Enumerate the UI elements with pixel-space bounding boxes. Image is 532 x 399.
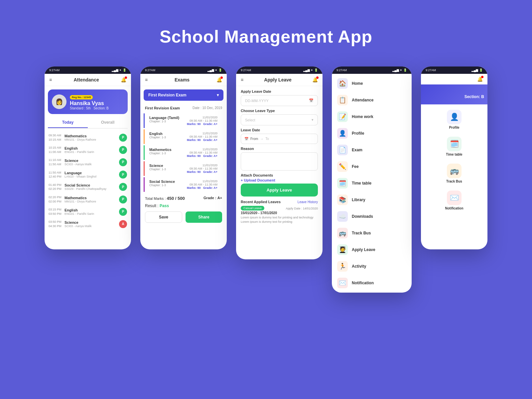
date-label: Apply Leave Date [241,89,318,93]
exam-title-text: First Revision Exam [145,106,180,110]
menu-item-downloads[interactable]: ☁️ Downloads [332,208,412,225]
exam-subject-row: Science Chapter: 1-3 11/01/2020 09:30 AM… [144,161,222,176]
exam-dropdown-label: First Revision Exam [148,93,187,97]
menu-item-time-table[interactable]: 🗓️ Time table [332,175,412,192]
exam-date: Date : 10 Dec, 2019 [193,106,222,110]
side-profile-banner: Section: B [421,84,487,104]
menu-item-label: Exam [352,148,362,152]
exam-chapter: Chapter: 1-3 [149,168,184,171]
exam-subject-row: Mathemetics Chapter: 1-3 11/01/2020 09:3… [144,145,222,160]
att-subject: Mathematics [65,196,116,200]
side-bell-row: 🔔 [421,74,487,84]
recent-leaves-header: Recent Applied Leaves Leave History [241,200,318,204]
attendance-row: 11:50 AM12:40 PM Language LAN10 - Vihaan… [45,169,131,181]
att-info: Science SCI03 - Aanya Malik [65,220,116,228]
leave-history-link[interactable]: Leave History [298,200,318,204]
attach-label: Attach Documents [241,173,318,177]
menu-item-track-bus[interactable]: 🚌 Track Bus [332,225,412,241]
exam-sub-info: Social Science Chapter: 1-3 [149,180,184,187]
dropdown-chevron: ▾ [217,93,219,97]
menu-item-home-work[interactable]: 📝 Home work [332,108,412,125]
share-button[interactable]: Share [186,211,222,223]
exam-total-marks: Total Marks : 450 / 500 [145,196,185,201]
exam-sub-info: English Chapter: 1-3 [149,132,184,139]
att-time: 03:50 PM04:30 PM [49,220,62,228]
apply-leave-button[interactable]: Apply Leave [241,184,318,197]
page-title: School Management App [0,0,532,47]
side-icon-track-bus[interactable]: 🚌 Track Bus [423,160,485,187]
att-status-badge: P [119,183,127,191]
menu-item-profile[interactable]: 👤 Profile [332,125,412,142]
side-icon-profile[interactable]: 👤 Profile [423,106,485,133]
att-teacher: MM101 - Divya Rathore [65,138,116,141]
att-status-badge: P [119,146,127,154]
phone-apply-leave: 9:27AM ▂▄▆ ✦ 🔋 ≡ Apply Leave 🔔 Apply Lea… [236,66,323,259]
bell-icon-1[interactable]: 🔔 [121,77,126,82]
status-bar-3: 9:27AM ▂▄▆ ✦ 🔋 [236,66,323,74]
reason-input[interactable] [241,152,318,171]
leave-type-badge: Casual Leave [241,206,264,210]
leave-title: Apply Leave [243,77,312,82]
menu-item-label: Downloads [352,214,373,219]
save-button[interactable]: Save [145,211,182,223]
menu-item-icon: 📝 [337,111,348,122]
side-icon-time-table[interactable]: 🗓️ Time table [423,133,485,160]
date-range-picker[interactable]: 📅 From → To [241,134,318,144]
attendance-header: ≡ Attendance 🔔 [45,74,131,86]
attendance-tabs: Today Overall [48,117,128,129]
exam-total-row: Total Marks : 450 / 500 Grade : A+ [140,193,227,202]
leave-type-label: Choose Leave Type [241,109,318,113]
menu-item-activity[interactable]: 🏃 Activity [332,258,412,275]
exam-sub-name: Language (Tamil) [149,116,184,120]
status-bar-1: 9:27AM ▂▄▆ ✦ 🔋 [45,66,131,74]
exam-timing: 11/01/2020 09:30 AM - 11:30 AM Marks: 90… [187,180,217,190]
menu-item-library[interactable]: 📚 Library [332,192,412,208]
exam-sub-info: Language (Tamil) Chapter: 1-3 [149,116,184,123]
menu-item-icon: ☁️ [337,211,348,222]
menu-item-icon: ✉️ [337,278,348,288]
status-bar-4: 9:27AM ▂▄▆ ✦ 🔋 [332,66,412,74]
bell-icon-2[interactable]: 🔔 [216,77,222,82]
menu-item-home[interactable]: 🏠 Home [332,75,412,92]
leave-date-range: 15/01/2020 - 17/01/2020 [241,211,318,215]
status-bar-2: 9:27AM ▂▄▆ ✦ 🔋 [140,66,227,74]
reg-no-badge: Reg No.: 12345 [70,95,93,99]
menu-icon-2[interactable]: ≡ [145,77,148,82]
bell-icon-5[interactable]: 🔔 [477,76,483,82]
menu-item-label: Apply Leave [352,247,375,252]
phone-side-panel: 9:27AM ▂▄▆ 🔋 🔔 Section: B 👤 Profile 🗓️ T… [421,66,487,249]
att-teacher: SCI03 - Aanya Malik [65,163,116,166]
side-icon-notification[interactable]: ✉️ Notification [423,187,485,213]
side-icons-grid: 👤 Profile 🗓️ Time table 🚌 Track Bus ✉️ N… [421,104,487,215]
date-placeholder: DD-MM-YYYY [245,99,269,103]
menu-item-attendance[interactable]: 📋 Attendance [332,92,412,108]
menu-item-exam[interactable]: 📄 Exam [332,142,412,158]
menu-icon-1[interactable]: ≡ [49,77,52,82]
leave-type-select[interactable]: Select ▾ [241,114,318,125]
att-info: Mathematics MM101 - Divya Rathore [65,196,116,203]
tab-overall[interactable]: Overall [88,117,128,128]
side-icon-box: 🚌 [447,164,462,178]
att-subject: Science [65,159,116,163]
menu-item-notification[interactable]: ✉️ Notification [332,275,412,291]
exam-dropdown[interactable]: First Revision Exam ▾ [144,89,223,101]
bell-icon-3[interactable]: 🔔 [312,77,318,82]
avatar: 👩 [52,94,66,109]
attendance-row: 03:50 PM04:30 PM Science SCI03 - Aanya M… [45,218,131,230]
menu-icon-3[interactable]: ≡ [241,77,243,82]
menu-item-apply-leave[interactable]: 🧑‍🎓 Apply Leave [332,241,412,258]
side-icon-box: ✉️ [447,191,462,205]
att-status-badge: P [119,196,127,203]
att-info: English ENG01 - Paridhi Sarin [65,146,116,154]
date-input[interactable]: DD-MM-YYYY 📅 [241,95,318,106]
exam-timing: 11/01/2020 09:30 AM - 11:30 AM Marks: 90… [187,148,217,158]
menu-item-icon: 🗓️ [337,178,348,189]
upload-link[interactable]: + Upload Document [241,178,318,182]
att-subject: Social Science [65,183,116,187]
menu-item-fee[interactable]: ✏️ Fee [332,158,412,175]
attach-section: Attach Documents + Upload Document [241,173,318,182]
time-2: 9:27AM [145,68,155,72]
exam-sub-name: Science [149,164,184,168]
tab-today[interactable]: Today [48,117,88,128]
menu-item-icon: 🧑‍🎓 [337,244,348,255]
